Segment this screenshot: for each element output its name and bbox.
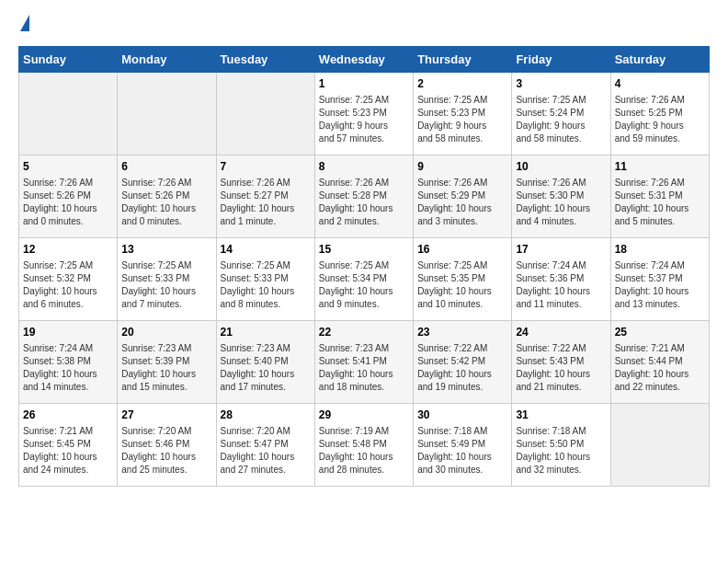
day-number: 3 (516, 76, 606, 92)
header-row: SundayMondayTuesdayWednesdayThursdayFrid… (19, 47, 710, 73)
calendar-cell (118, 73, 216, 155)
day-number: 23 (417, 325, 507, 340)
day-number: 9 (417, 159, 507, 175)
day-info: Sunrise: 7:19 AM Sunset: 5:48 PM Dayligh… (319, 425, 409, 477)
calendar-cell: 1Sunrise: 7:25 AM Sunset: 5:23 PM Daylig… (314, 73, 413, 155)
calendar-cell: 22Sunrise: 7:23 AM Sunset: 5:41 PM Dayli… (314, 321, 413, 404)
calendar-cell (216, 73, 314, 155)
day-info: Sunrise: 7:26 AM Sunset: 5:31 PM Dayligh… (615, 177, 705, 228)
day-number: 17 (516, 242, 606, 258)
day-header-monday: Monday (118, 47, 216, 73)
week-row-2: 5Sunrise: 7:26 AM Sunset: 5:26 PM Daylig… (19, 155, 710, 238)
calendar-cell: 23Sunrise: 7:22 AM Sunset: 5:42 PM Dayli… (414, 321, 512, 404)
day-number: 7 (221, 159, 311, 175)
calendar-cell: 2Sunrise: 7:25 AM Sunset: 5:23 PM Daylig… (414, 73, 512, 155)
calendar-cell (19, 73, 118, 155)
day-number: 31 (516, 408, 606, 423)
day-number: 4 (615, 76, 705, 92)
day-info: Sunrise: 7:25 AM Sunset: 5:23 PM Dayligh… (319, 94, 409, 145)
calendar-cell: 8Sunrise: 7:26 AM Sunset: 5:28 PM Daylig… (314, 155, 413, 238)
day-info: Sunrise: 7:25 AM Sunset: 5:24 PM Dayligh… (516, 94, 606, 145)
calendar-cell: 11Sunrise: 7:26 AM Sunset: 5:31 PM Dayli… (610, 155, 709, 238)
day-header-friday: Friday (512, 47, 610, 73)
calendar-cell: 25Sunrise: 7:21 AM Sunset: 5:44 PM Dayli… (610, 321, 709, 404)
day-info: Sunrise: 7:26 AM Sunset: 5:26 PM Dayligh… (23, 177, 113, 228)
calendar-cell: 28Sunrise: 7:20 AM Sunset: 5:47 PM Dayli… (216, 404, 314, 487)
day-info: Sunrise: 7:24 AM Sunset: 5:36 PM Dayligh… (516, 259, 606, 311)
day-number: 8 (319, 159, 409, 175)
day-header-wednesday: Wednesday (314, 47, 413, 73)
day-info: Sunrise: 7:23 AM Sunset: 5:41 PM Dayligh… (319, 342, 409, 394)
day-number: 5 (23, 159, 113, 175)
day-number: 18 (615, 242, 705, 258)
page-header (18, 18, 710, 31)
calendar-cell: 17Sunrise: 7:24 AM Sunset: 5:36 PM Dayli… (512, 238, 610, 321)
calendar-cell (610, 404, 709, 487)
calendar-cell: 30Sunrise: 7:18 AM Sunset: 5:49 PM Dayli… (414, 404, 512, 487)
day-info: Sunrise: 7:25 AM Sunset: 5:32 PM Dayligh… (23, 259, 113, 311)
day-header-saturday: Saturday (610, 47, 709, 73)
day-info: Sunrise: 7:26 AM Sunset: 5:28 PM Dayligh… (319, 177, 409, 228)
week-row-3: 12Sunrise: 7:25 AM Sunset: 5:32 PM Dayli… (19, 238, 710, 321)
day-header-tuesday: Tuesday (216, 47, 314, 73)
day-info: Sunrise: 7:24 AM Sunset: 5:38 PM Dayligh… (23, 342, 113, 394)
calendar-cell: 3Sunrise: 7:25 AM Sunset: 5:24 PM Daylig… (512, 73, 610, 155)
day-info: Sunrise: 7:22 AM Sunset: 5:42 PM Dayligh… (417, 342, 507, 394)
day-info: Sunrise: 7:25 AM Sunset: 5:23 PM Dayligh… (417, 94, 507, 145)
calendar-cell: 26Sunrise: 7:21 AM Sunset: 5:45 PM Dayli… (19, 404, 118, 487)
day-info: Sunrise: 7:18 AM Sunset: 5:49 PM Dayligh… (417, 425, 507, 477)
day-info: Sunrise: 7:24 AM Sunset: 5:37 PM Dayligh… (615, 259, 705, 311)
calendar-cell: 20Sunrise: 7:23 AM Sunset: 5:39 PM Dayli… (118, 321, 216, 404)
day-number: 29 (319, 408, 409, 423)
day-info: Sunrise: 7:25 AM Sunset: 5:35 PM Dayligh… (417, 259, 507, 311)
week-row-1: 1Sunrise: 7:25 AM Sunset: 5:23 PM Daylig… (19, 73, 710, 155)
calendar-cell: 27Sunrise: 7:20 AM Sunset: 5:46 PM Dayli… (118, 404, 216, 487)
calendar-cell: 6Sunrise: 7:26 AM Sunset: 5:26 PM Daylig… (118, 155, 216, 238)
calendar-cell: 31Sunrise: 7:18 AM Sunset: 5:50 PM Dayli… (512, 404, 610, 487)
calendar-cell: 18Sunrise: 7:24 AM Sunset: 5:37 PM Dayli… (610, 238, 709, 321)
day-number: 30 (417, 408, 507, 423)
calendar-cell: 10Sunrise: 7:26 AM Sunset: 5:30 PM Dayli… (512, 155, 610, 238)
week-row-5: 26Sunrise: 7:21 AM Sunset: 5:45 PM Dayli… (19, 404, 710, 487)
day-info: Sunrise: 7:26 AM Sunset: 5:26 PM Dayligh… (121, 177, 211, 228)
day-number: 24 (516, 325, 606, 340)
day-number: 26 (23, 408, 113, 423)
calendar-cell: 13Sunrise: 7:25 AM Sunset: 5:33 PM Dayli… (118, 238, 216, 321)
day-info: Sunrise: 7:22 AM Sunset: 5:43 PM Dayligh… (516, 342, 606, 394)
day-number: 25 (615, 325, 705, 340)
day-number: 21 (221, 325, 311, 340)
logo-triangle-icon (20, 15, 29, 31)
day-number: 16 (417, 242, 507, 258)
calendar-cell: 19Sunrise: 7:24 AM Sunset: 5:38 PM Dayli… (19, 321, 118, 404)
calendar-cell: 7Sunrise: 7:26 AM Sunset: 5:27 PM Daylig… (216, 155, 314, 238)
calendar-cell: 24Sunrise: 7:22 AM Sunset: 5:43 PM Dayli… (512, 321, 610, 404)
day-info: Sunrise: 7:25 AM Sunset: 5:33 PM Dayligh… (121, 259, 211, 311)
day-number: 2 (417, 76, 507, 92)
day-number: 6 (121, 159, 211, 175)
day-info: Sunrise: 7:21 AM Sunset: 5:44 PM Dayligh… (615, 342, 705, 394)
day-info: Sunrise: 7:26 AM Sunset: 5:30 PM Dayligh… (516, 177, 606, 228)
calendar-cell: 21Sunrise: 7:23 AM Sunset: 5:40 PM Dayli… (216, 321, 314, 404)
calendar-table: SundayMondayTuesdayWednesdayThursdayFrid… (18, 46, 710, 487)
calendar-cell: 14Sunrise: 7:25 AM Sunset: 5:33 PM Dayli… (216, 238, 314, 321)
day-header-thursday: Thursday (414, 47, 512, 73)
day-info: Sunrise: 7:26 AM Sunset: 5:25 PM Dayligh… (615, 94, 705, 145)
day-header-sunday: Sunday (19, 47, 118, 73)
day-info: Sunrise: 7:20 AM Sunset: 5:47 PM Dayligh… (221, 425, 311, 477)
day-number: 20 (121, 325, 211, 340)
day-number: 11 (615, 159, 705, 175)
day-info: Sunrise: 7:20 AM Sunset: 5:46 PM Dayligh… (121, 425, 211, 477)
day-info: Sunrise: 7:25 AM Sunset: 5:33 PM Dayligh… (221, 259, 311, 311)
day-info: Sunrise: 7:21 AM Sunset: 5:45 PM Dayligh… (23, 425, 113, 477)
calendar-header: SundayMondayTuesdayWednesdayThursdayFrid… (19, 47, 710, 73)
calendar-cell: 5Sunrise: 7:26 AM Sunset: 5:26 PM Daylig… (19, 155, 118, 238)
day-info: Sunrise: 7:18 AM Sunset: 5:50 PM Dayligh… (516, 425, 606, 477)
week-row-4: 19Sunrise: 7:24 AM Sunset: 5:38 PM Dayli… (19, 321, 710, 404)
calendar-cell: 12Sunrise: 7:25 AM Sunset: 5:32 PM Dayli… (19, 238, 118, 321)
day-number: 27 (121, 408, 211, 423)
day-number: 22 (319, 325, 409, 340)
calendar-cell: 9Sunrise: 7:26 AM Sunset: 5:29 PM Daylig… (414, 155, 512, 238)
day-number: 28 (221, 408, 311, 423)
day-number: 19 (23, 325, 113, 340)
calendar-cell: 16Sunrise: 7:25 AM Sunset: 5:35 PM Dayli… (414, 238, 512, 321)
